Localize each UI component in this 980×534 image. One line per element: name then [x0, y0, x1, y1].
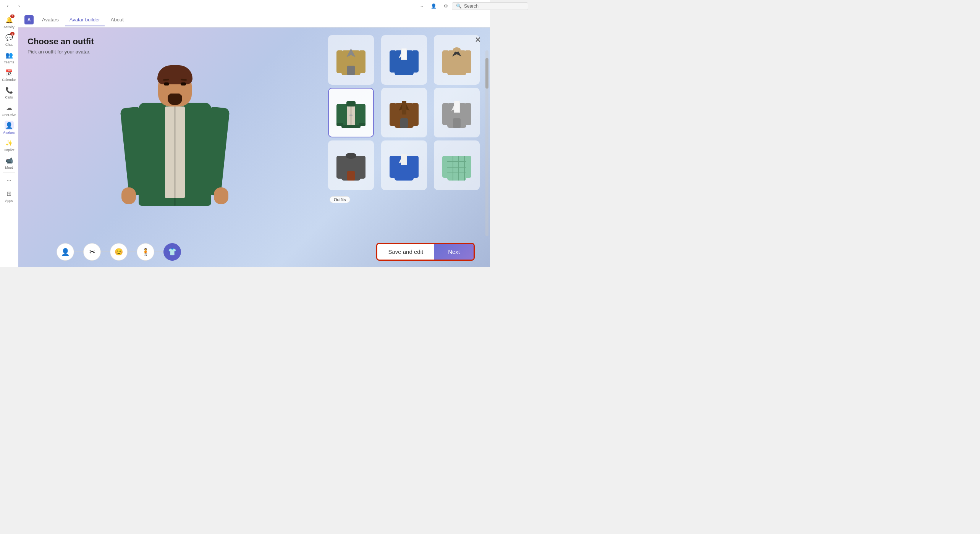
page-subtitle: Pick an outfit for your avatar.	[27, 49, 322, 55]
sidebar-item-chat[interactable]: 💬 3 Chat	[2, 31, 17, 48]
step-connector-2	[101, 252, 110, 252]
sidebar-label-onedrive: OneDrive	[2, 113, 16, 117]
tab-avatars[interactable]: Avatars	[37, 14, 63, 26]
svg-rect-51	[412, 156, 419, 178]
calls-icon: 📞	[5, 86, 14, 95]
outfit-card-mint-plaid[interactable]	[434, 140, 480, 190]
mustache	[169, 94, 181, 97]
hand-left	[121, 187, 136, 204]
outfit-card-dark-hoodie[interactable]	[328, 140, 374, 190]
sidebar-label-activity: Activity	[3, 25, 15, 29]
outfit-shape-6	[441, 95, 472, 130]
app-icon: A	[24, 15, 34, 24]
tab-avatar-builder[interactable]: Avatar builder	[65, 14, 105, 26]
outfits-tag: Outfits	[330, 196, 350, 203]
expression-icon: 😊	[115, 248, 123, 256]
outfit-shape-7	[336, 148, 366, 182]
svg-rect-25	[346, 101, 356, 106]
outfit-card-blue-blazer[interactable]	[381, 35, 427, 85]
search-icon: 🔍	[456, 3, 462, 9]
svg-rect-46	[359, 156, 365, 179]
sidebar-label-meet: Meet	[5, 166, 13, 169]
outfit-card-brown-jacket[interactable]	[381, 88, 427, 137]
outfit-shape-9	[441, 148, 472, 182]
head	[158, 69, 192, 106]
step-face[interactable]: 👤	[57, 243, 74, 261]
sidebar-divider	[3, 173, 15, 173]
svg-point-47	[346, 153, 356, 159]
stepper: 👤 ✂ 😊 🧍 👕	[57, 243, 181, 261]
sidebar-item-calendar[interactable]: 📅 Calendar	[2, 66, 17, 83]
sidebar-item-teams[interactable]: 👥 Teams	[2, 49, 17, 66]
svg-rect-31	[412, 103, 419, 126]
sidebar-item-copilot[interactable]: ✨ Copilot	[2, 137, 17, 153]
step-outfit[interactable]: 👕	[163, 243, 181, 261]
svg-rect-2	[359, 50, 365, 73]
step-hair[interactable]: ✂	[83, 243, 101, 261]
outfit-card-navy-blazer[interactable]	[381, 140, 427, 190]
titlebar-left: ‹ ›	[3, 2, 24, 11]
svg-rect-43	[453, 118, 461, 128]
outfit-shape-3	[441, 43, 472, 77]
sidebar-label-calendar: Calendar	[2, 78, 16, 82]
step-body[interactable]: 🧍	[137, 243, 154, 261]
app-container: 🔔 2 Activity 💬 3 Chat 👥 Teams 📅 Calendar…	[0, 12, 490, 267]
outfit-card-green-bomber[interactable]	[328, 88, 374, 137]
outfit-card-tan-casual[interactable]	[328, 35, 374, 85]
svg-rect-35	[400, 118, 408, 128]
tab-about[interactable]: About	[106, 14, 128, 26]
avatars-icon: 👤	[5, 121, 14, 130]
svg-rect-55	[447, 156, 466, 181]
settings-button[interactable]: ⚙	[441, 2, 450, 11]
svg-rect-20	[336, 104, 343, 126]
sidebar-item-more[interactable]: ···	[2, 174, 17, 187]
activity-badge: 2	[10, 15, 14, 18]
svg-rect-24	[349, 115, 353, 116]
teams-icon: 👥	[5, 50, 14, 60]
copilot-icon: ✨	[5, 138, 14, 147]
svg-rect-54	[401, 154, 407, 165]
outfit-card-gray-blazer[interactable]	[434, 88, 480, 137]
svg-rect-23	[350, 104, 352, 125]
step-expression[interactable]: 😊	[110, 243, 128, 261]
content-area: A Avatars Avatar builder About Choose an…	[18, 12, 490, 267]
outfit-shape-8	[389, 148, 419, 182]
avatar-button[interactable]: 👤	[429, 2, 438, 11]
sidebar-item-onedrive[interactable]: ☁ OneDrive	[2, 102, 17, 118]
sidebar-item-meet[interactable]: 📹 Meet	[2, 154, 17, 171]
avatar-figure	[121, 69, 228, 252]
body	[139, 103, 211, 206]
svg-point-18	[453, 47, 461, 52]
svg-rect-1	[336, 50, 343, 73]
sidebar-label-apps: Apps	[5, 199, 13, 203]
back-button[interactable]: ‹	[3, 2, 12, 11]
sidebar-item-avatars[interactable]: 👤 Avatars	[2, 119, 17, 136]
onedrive-icon: ☁	[5, 103, 14, 112]
step-connector-4	[154, 252, 163, 252]
svg-rect-8	[412, 50, 419, 73]
hair-icon: ✂	[89, 248, 95, 256]
search-box[interactable]: 🔍 Search	[452, 2, 490, 10]
svg-rect-38	[464, 103, 471, 125]
sidebar-label-chat: Chat	[5, 43, 13, 47]
sidebar-label-copilot: Copilot	[3, 148, 14, 152]
search-placeholder: Search	[464, 3, 479, 9]
save-edit-button[interactable]: Save and edit	[377, 244, 434, 260]
eye-left	[164, 82, 169, 86]
titlebar: ‹ › 🔍 Search ··· 👤 ⚙ — □ ✕	[0, 0, 490, 12]
scrollbar-track[interactable]	[485, 50, 488, 236]
sidebar-item-apps[interactable]: ⊞ Apps	[2, 187, 17, 204]
face-icon: 👤	[61, 248, 70, 256]
svg-rect-12	[402, 48, 406, 59]
more-icon: ···	[5, 176, 14, 185]
outfit-shape-4	[336, 95, 366, 130]
scrollbar-thumb[interactable]	[485, 58, 488, 89]
sidebar-item-calls[interactable]: 📞 Calls	[2, 84, 17, 101]
sidebar-item-activity[interactable]: 🔔 2 Activity	[2, 14, 17, 31]
close-panel-button[interactable]: ✕	[472, 34, 484, 46]
svg-rect-14	[442, 50, 449, 73]
svg-rect-34	[402, 101, 406, 115]
forward-button[interactable]: ›	[15, 2, 24, 11]
more-options-button[interactable]: ···	[417, 2, 426, 11]
next-button[interactable]: Next	[434, 244, 474, 260]
